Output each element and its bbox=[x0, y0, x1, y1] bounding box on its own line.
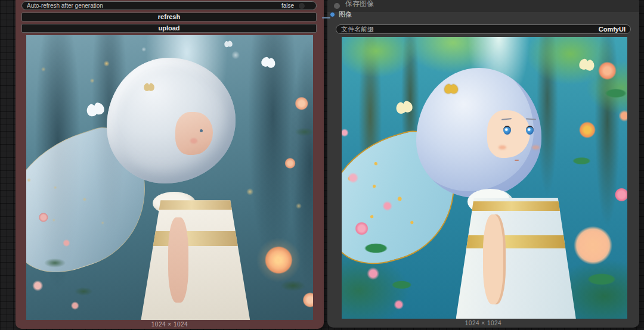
source-image-preview[interactable] bbox=[26, 35, 313, 320]
node-link-wire bbox=[322, 17, 330, 18]
auto-refresh-value: false bbox=[281, 2, 294, 9]
refresh-button[interactable]: refresh bbox=[21, 13, 317, 21]
auto-refresh-label: Auto-refresh after generation bbox=[27, 2, 281, 9]
collapse-dot-icon[interactable] bbox=[334, 3, 340, 9]
save-image-node[interactable]: 保存图像 图像 文件名前缀 ComfyUI 1024 × 1024 bbox=[327, 0, 639, 328]
white-butterfly bbox=[224, 41, 233, 47]
auto-refresh-toggle-widget[interactable]: Auto-refresh after generation false bbox=[21, 1, 317, 10]
image-input-socket[interactable] bbox=[330, 12, 335, 17]
image-size-label: 1024 × 1024 bbox=[327, 320, 639, 326]
filename-prefix-widget[interactable]: 文件名前缀 ComfyUI bbox=[336, 24, 631, 34]
filename-prefix-label: 文件名前缀 bbox=[341, 25, 599, 34]
roses-and-leaves bbox=[342, 37, 627, 319]
toggle-knob-icon[interactable] bbox=[298, 2, 305, 10]
load-image-node[interactable]: Auto-refresh after generation false refr… bbox=[16, 0, 324, 329]
upload-button[interactable]: upload bbox=[21, 24, 317, 33]
node-title: 保存图像 bbox=[345, 0, 374, 9]
filename-prefix-value: ComfyUI bbox=[599, 26, 626, 33]
saved-image-preview[interactable] bbox=[342, 37, 627, 319]
image-input-label: 图像 bbox=[339, 10, 352, 18]
roses-and-leaves bbox=[26, 35, 313, 320]
image-size-label: 1024 × 1024 bbox=[16, 321, 324, 328]
node-title-bar[interactable]: 保存图像 bbox=[327, 0, 639, 12]
